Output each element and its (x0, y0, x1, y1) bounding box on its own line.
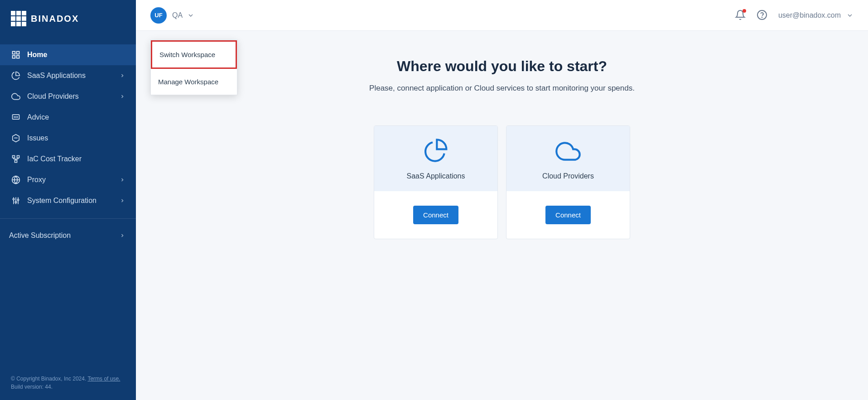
topbar-right: user@binadox.com (735, 10, 854, 21)
cloud-icon (11, 92, 21, 101)
chevron-right-icon (120, 198, 125, 203)
chevron-right-icon (120, 177, 125, 183)
connect-saas-button[interactable]: Connect (413, 206, 458, 224)
workspace-initials: UF (154, 12, 162, 19)
sliders-icon (11, 196, 21, 206)
copyright-text: © Copyright Binadox, Inc 2024. (11, 376, 86, 382)
sidebar-item-saas-applications[interactable]: SaaS Applications (0, 65, 136, 86)
sidebar-item-label: Active Subscription (9, 231, 71, 240)
sidebar-footer: © Copyright Binadox, Inc 2024. Terms of … (0, 370, 136, 400)
card-header: SaaS Applications (374, 126, 497, 191)
terms-link[interactable]: Terms of use. (87, 376, 120, 382)
chevron-right-icon (120, 233, 125, 238)
svg-rect-1 (17, 52, 19, 54)
sidebar-item-label: IaC Cost Tracker (27, 155, 82, 163)
pie-chart-icon (11, 71, 21, 81)
dropdown-switch-workspace[interactable]: Switch Workspace (151, 40, 237, 69)
svg-point-7 (17, 117, 18, 117)
svg-rect-13 (15, 160, 17, 163)
card-footer: Connect (374, 191, 497, 239)
pie-chart-icon (423, 139, 448, 164)
chevron-right-icon (120, 94, 125, 99)
workspace-avatar[interactable]: UF (150, 7, 167, 24)
svg-rect-11 (13, 156, 15, 158)
page-title: Where would you like to start? (397, 58, 607, 75)
logo-grid-icon (11, 11, 26, 26)
sidebar: BINADOX Home SaaS Applications Cloud Pro… (0, 0, 136, 400)
card-cloud-providers: Cloud Providers Connect (506, 125, 630, 239)
chevron-right-icon (120, 73, 125, 78)
home-icon (11, 50, 21, 60)
content: Where would you like to start? Please, c… (136, 31, 868, 400)
cloud-icon (555, 139, 581, 164)
user-email-text: user@binadox.com (778, 11, 841, 19)
user-menu[interactable]: user@binadox.com (778, 11, 854, 19)
sidebar-item-label: Advice (27, 113, 49, 121)
topbar: UF QA Switch Workspace Manage Workspace … (136, 0, 868, 31)
brand-name: BINADOX (31, 14, 79, 24)
sidebar-item-label: Proxy (27, 176, 46, 184)
brand-logo[interactable]: BINADOX (0, 0, 136, 44)
sidebar-item-advice[interactable]: Advice (0, 107, 136, 128)
svg-rect-12 (17, 156, 19, 158)
svg-rect-2 (13, 56, 15, 58)
card-header: Cloud Providers (506, 126, 630, 191)
svg-point-23 (13, 198, 14, 200)
sidebar-item-system-configuration[interactable]: System Configuration (0, 190, 136, 211)
globe-icon (11, 175, 21, 185)
sidebar-item-issues[interactable]: Issues (0, 128, 136, 149)
sidebar-item-label: System Configuration (27, 197, 96, 205)
alert-hexagon-icon (11, 133, 21, 143)
page-subtitle: Please, connect application or Cloud ser… (369, 84, 635, 93)
card-saas-applications: SaaS Applications Connect (374, 125, 498, 239)
sidebar-item-active-subscription[interactable]: Active Subscription (0, 226, 136, 245)
sidebar-item-iac-cost-tracker[interactable]: IaC Cost Tracker (0, 149, 136, 169)
svg-point-27 (762, 17, 762, 17)
svg-point-5 (14, 117, 14, 117)
svg-point-6 (15, 117, 16, 117)
card-footer: Connect (506, 191, 630, 239)
nav-list: Home SaaS Applications Cloud Providers (0, 44, 136, 211)
cards-row: SaaS Applications Connect Cloud Provider… (374, 125, 630, 239)
chevron-down-icon[interactable] (187, 12, 194, 19)
main: UF QA Switch Workspace Manage Workspace … (136, 0, 868, 400)
card-title: Cloud Providers (542, 172, 594, 180)
sidebar-item-label: Cloud Providers (27, 92, 79, 101)
sidebar-item-label: SaaS Applications (27, 72, 86, 80)
sidebar-item-home[interactable]: Home (0, 44, 136, 65)
chevron-down-icon (846, 12, 854, 19)
sidebar-item-cloud-providers[interactable]: Cloud Providers (0, 86, 136, 107)
sidebar-item-label: Issues (27, 134, 48, 142)
help-button[interactable] (757, 10, 768, 21)
notification-dot-icon (743, 9, 746, 13)
workspace-name[interactable]: QA (172, 11, 183, 19)
chat-icon (11, 112, 21, 122)
svg-point-24 (15, 202, 16, 203)
svg-rect-3 (17, 56, 19, 58)
workspace-dropdown: Switch Workspace Manage Workspace (150, 40, 237, 95)
dropdown-manage-workspace[interactable]: Manage Workspace (151, 69, 237, 95)
svg-rect-0 (13, 52, 15, 54)
card-title: SaaS Applications (407, 172, 465, 180)
notifications-button[interactable] (735, 10, 747, 21)
sidebar-item-label: Home (27, 51, 47, 59)
svg-point-25 (17, 199, 19, 201)
sidebar-item-proxy[interactable]: Proxy (0, 169, 136, 190)
build-version: Build version: 44. (11, 384, 53, 390)
sidebar-divider (0, 218, 136, 219)
connect-cloud-button[interactable]: Connect (545, 206, 591, 224)
iac-icon (11, 154, 21, 164)
